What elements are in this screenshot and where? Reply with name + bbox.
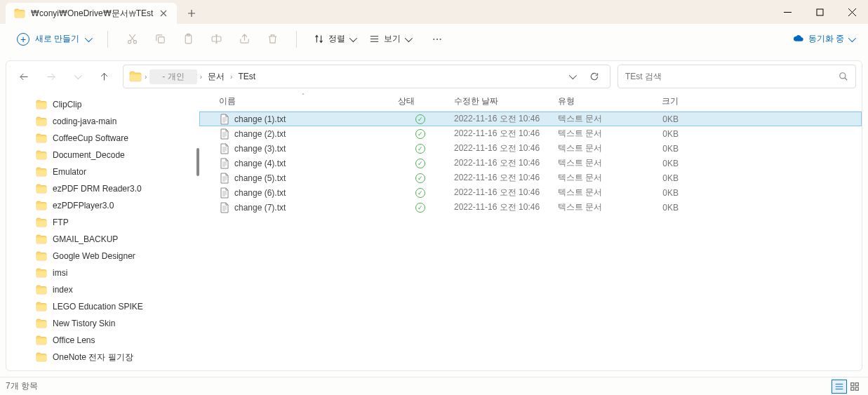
cut-button[interactable] <box>119 27 145 52</box>
sidebar-item-label: Document_Decode <box>53 150 125 160</box>
column-header-name[interactable]: 이름˄ <box>213 95 392 107</box>
svg-point-6 <box>133 41 136 43</box>
file-size: 0KB <box>635 173 684 183</box>
view-button[interactable]: 보기 <box>363 30 416 48</box>
folder-icon <box>36 234 47 244</box>
refresh-button[interactable] <box>585 67 604 86</box>
file-date: 2022-11-16 오전 10:46 <box>448 157 552 169</box>
column-header-size[interactable]: 크기 <box>635 95 684 107</box>
sidebar-item[interactable]: ClipClip <box>6 96 199 113</box>
svg-rect-4 <box>817 9 823 15</box>
column-header-type[interactable]: 유형 <box>552 95 635 107</box>
sidebar-item[interactable]: Document_Decode <box>6 147 199 163</box>
sidebar-item[interactable]: FTP <box>6 214 199 231</box>
thumbnails-view-button[interactable] <box>847 380 862 394</box>
sidebar-item[interactable]: Office Lens <box>6 332 199 349</box>
up-button[interactable] <box>92 65 116 88</box>
rename-button[interactable] <box>203 27 229 52</box>
sidebar-item[interactable]: CoffeeCup Software <box>6 130 199 147</box>
file-date: 2022-11-16 오전 10:46 <box>448 142 552 154</box>
sidebar-item-label: New Tistory Skin <box>53 319 115 328</box>
file-row[interactable]: change (2).txt✓2022-11-16 오전 10:46텍스트 문서… <box>199 126 862 141</box>
file-type: 텍스트 문서 <box>552 113 635 125</box>
file-name: change (1).txt <box>234 114 286 124</box>
sidebar-item[interactable]: index <box>6 281 199 298</box>
sidebar-item-label: OneNote 전자 필기장 <box>53 352 133 363</box>
more-button[interactable] <box>425 27 450 52</box>
file-type: 텍스트 문서 <box>552 128 635 140</box>
search-icon <box>839 72 848 81</box>
chevron-down-icon <box>848 34 856 41</box>
folder-icon <box>36 201 47 210</box>
file-name: change (5).txt <box>234 173 286 183</box>
column-header-status[interactable]: 상태 <box>392 95 448 107</box>
file-name: change (7).txt <box>234 203 286 213</box>
svg-point-14 <box>840 73 846 79</box>
sidebar-item-label: coding-java-main <box>53 116 116 126</box>
file-row[interactable]: change (5).txt✓2022-11-16 오전 10:46텍스트 문서… <box>199 170 862 185</box>
share-button[interactable] <box>232 27 257 52</box>
sidebar-item-label: LEGO Education SPIKE <box>53 302 143 312</box>
sidebar-item-label: GMAIL_BACKUP <box>53 234 118 244</box>
delete-button[interactable] <box>260 27 285 52</box>
back-button[interactable] <box>12 65 36 88</box>
sidebar-item-label: imsi <box>53 268 67 278</box>
sort-button[interactable]: 정렬 <box>308 30 361 48</box>
folder-icon <box>36 251 47 261</box>
sidebar-resize-handle[interactable] <box>195 92 199 370</box>
column-header-date[interactable]: 수정한 날짜 <box>448 95 552 107</box>
file-row[interactable]: change (4).txt✓2022-11-16 오전 10:46텍스트 문서… <box>199 156 862 170</box>
file-size: 0KB <box>635 129 684 139</box>
file-row[interactable]: change (6).txt✓2022-11-16 오전 10:46텍스트 문서… <box>199 185 862 200</box>
sidebar-item-label: ezPDF DRM Reader3.0 <box>53 184 142 194</box>
sidebar-item[interactable]: Emulator <box>6 163 199 180</box>
folder-icon <box>36 116 47 126</box>
svg-point-11 <box>434 38 435 39</box>
tab-close-icon[interactable] <box>159 8 168 18</box>
breadcrumb-item[interactable]: 문서 <box>205 71 227 83</box>
sidebar-item[interactable]: GMAIL_BACKUP <box>6 231 199 248</box>
sidebar-item[interactable]: Google Web Designer <box>6 248 199 265</box>
sidebar-item[interactable]: LEGO Education SPIKE <box>6 298 199 315</box>
sidebar-item[interactable]: imsi <box>6 265 199 281</box>
nav-bar: › - 개인 › 문서 › TEst <box>6 61 862 92</box>
sync-status[interactable]: 동기화 중 <box>793 33 857 45</box>
breadcrumb-item[interactable]: TEst <box>235 72 258 81</box>
sidebar[interactable]: ClipClipcoding-java-mainCoffeeCup Softwa… <box>6 92 199 370</box>
sidebar-item[interactable]: OneNote 전자 필기장 <box>6 349 199 366</box>
address-dropdown-button[interactable] <box>562 67 582 86</box>
maximize-button[interactable] <box>803 0 836 24</box>
chevron-down-icon <box>405 34 413 41</box>
new-button[interactable]: + 새로 만들기 <box>11 30 96 48</box>
synced-icon: ✓ <box>415 114 425 124</box>
new-tab-button[interactable] <box>181 3 202 24</box>
file-row[interactable]: change (1).txt✓2022-11-16 오전 10:46텍스트 문서… <box>199 112 862 126</box>
close-button[interactable] <box>836 0 868 24</box>
file-type: 텍스트 문서 <box>552 187 635 199</box>
sidebar-item[interactable]: ezPDF DRM Reader3.0 <box>6 180 199 197</box>
copy-button[interactable] <box>147 27 173 52</box>
file-row[interactable]: change (7).txt✓2022-11-16 오전 10:46텍스트 문서… <box>199 200 862 215</box>
minimize-button[interactable] <box>771 0 803 24</box>
paste-button[interactable] <box>175 27 201 52</box>
address-bar[interactable]: › - 개인 › 문서 › TEst <box>123 65 610 88</box>
forward-button[interactable] <box>39 65 62 88</box>
search-input[interactable] <box>625 72 839 81</box>
file-row[interactable]: change (3).txt✓2022-11-16 오전 10:46텍스트 문서… <box>199 141 862 156</box>
folder-icon <box>36 335 47 345</box>
svg-rect-18 <box>855 387 858 390</box>
details-view-button[interactable] <box>832 380 847 394</box>
sidebar-item[interactable]: coding-java-main <box>6 113 199 130</box>
sidebar-item[interactable]: ezPDFPlayer3.0 <box>6 197 199 214</box>
recent-button[interactable] <box>65 65 89 88</box>
breadcrumb-root[interactable]: - 개인 <box>149 69 196 84</box>
file-date: 2022-11-16 오전 10:46 <box>448 201 552 213</box>
search-box[interactable] <box>617 65 856 88</box>
file-name: change (6).txt <box>234 188 286 198</box>
file-name: change (4).txt <box>234 159 286 168</box>
folder-icon <box>36 100 47 109</box>
window-tab[interactable]: ₩conyi₩OneDrive₩문서₩TEst <box>6 3 177 24</box>
sort-icon <box>314 34 324 44</box>
file-size: 0KB <box>635 114 684 124</box>
sidebar-item[interactable]: New Tistory Skin <box>6 315 199 332</box>
